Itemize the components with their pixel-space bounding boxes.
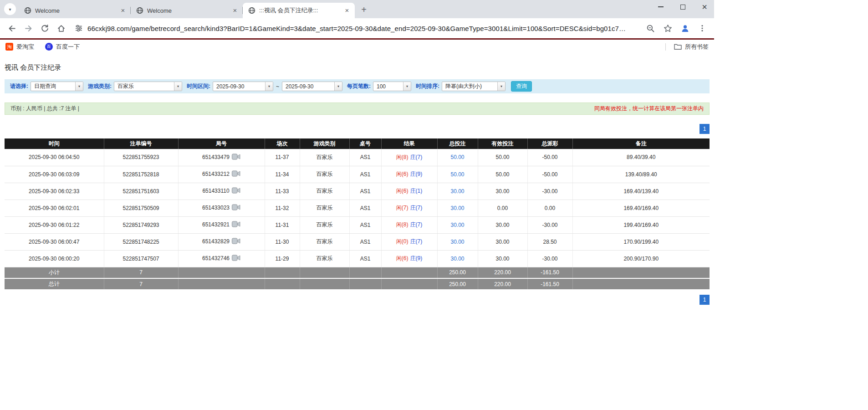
chevron-down-icon: ▾ — [75, 82, 83, 91]
page-1-button[interactable]: 1 — [700, 295, 710, 305]
sort-order-select[interactable]: 降幂(由大到小) ▾ — [442, 82, 505, 91]
window-controls: × — [657, 3, 709, 11]
query-type-select[interactable]: 日期查询 ▾ — [31, 82, 83, 91]
result-banker: 庄(7) — [410, 221, 423, 228]
tab-title: Welcome — [35, 7, 115, 14]
cell-game-type: 百家乐 — [300, 200, 349, 216]
subtotal-payout: -161.50 — [527, 267, 572, 278]
cell-time: 2025-09-30 06:04:50 — [5, 149, 104, 166]
total-bet-link[interactable]: 30.00 — [450, 256, 464, 262]
video-replay-icon[interactable] — [232, 256, 240, 262]
video-replay-icon[interactable] — [232, 189, 240, 195]
all-bookmarks-button[interactable]: 所有书签 — [674, 43, 709, 51]
site-settings-icon[interactable] — [75, 24, 83, 32]
cell-payout: -50.00 — [527, 166, 572, 183]
tab-bet-records[interactable]: :::视讯 会员下注纪录::: × — [243, 3, 355, 18]
tab-welcome-2[interactable]: Welcome × — [131, 3, 243, 18]
tab-search-button[interactable]: ▾ — [4, 3, 16, 15]
column-header-1: 时间 — [5, 138, 104, 149]
video-replay-icon[interactable] — [232, 155, 240, 161]
cell-total-bet: 30.00 — [437, 200, 478, 216]
maximize-button[interactable] — [679, 3, 687, 11]
bookmark-aitaobao[interactable]: 淘 爱淘宝 — [5, 43, 34, 51]
page-1-button[interactable]: 1 — [700, 124, 710, 134]
total-bet-link[interactable]: 30.00 — [450, 205, 464, 211]
cell-total-bet: 30.00 — [437, 250, 478, 267]
search-button[interactable]: 查询 — [511, 81, 532, 92]
globe-icon — [24, 7, 31, 14]
cell-round: 651433212 — [178, 166, 265, 183]
cell-bet-id: 522851749293 — [104, 216, 178, 233]
cell-time: 2025-09-30 06:00:20 — [5, 250, 104, 267]
cell-time: 2025-09-30 06:02:01 — [5, 200, 104, 216]
column-header-10: 总派彩 — [527, 138, 572, 149]
home-button[interactable] — [54, 21, 68, 36]
url-text[interactable]: 66cxkj98.com/game/betrecord_search/kind3… — [87, 25, 626, 32]
cell-payout: -50.00 — [527, 149, 572, 166]
game-type-select[interactable]: 百家乐 ▾ — [114, 82, 182, 91]
close-window-button[interactable]: × — [700, 3, 709, 11]
reload-button[interactable] — [37, 21, 52, 36]
back-button[interactable] — [5, 21, 19, 36]
total-bet-link[interactable]: 30.00 — [450, 188, 464, 195]
cell-table-id: AS1 — [349, 200, 381, 216]
video-replay-icon[interactable] — [232, 172, 240, 178]
cell-result: 闲(7)庄(7) — [381, 200, 437, 216]
cell-note: 89.40/39.40 — [572, 149, 710, 166]
cell-table-id: AS1 — [349, 216, 381, 233]
tab-title: :::视讯 会员下注纪录::: — [259, 6, 339, 15]
total-bet-link[interactable]: 30.00 — [450, 239, 464, 245]
tab-close-icon[interactable]: × — [231, 6, 239, 15]
result-banker: 庄(7) — [410, 205, 423, 211]
cell-payout: -30.00 — [527, 183, 572, 200]
cell-valid-bet: 0.00 — [478, 200, 527, 216]
cell-bet-id: 522851750509 — [104, 200, 178, 216]
page-size-select[interactable]: 100 ▾ — [373, 82, 411, 91]
cell-game-type: 百家乐 — [300, 166, 349, 183]
video-replay-icon[interactable] — [232, 239, 240, 246]
date-end-select[interactable]: 2025-09-30 ▾ — [282, 82, 342, 91]
profile-avatar[interactable] — [678, 21, 692, 36]
tab-welcome-1[interactable]: Welcome × — [19, 3, 131, 18]
bookmark-star-icon[interactable] — [660, 21, 675, 36]
total-bet-link[interactable]: 50.00 — [450, 154, 464, 160]
video-replay-icon[interactable] — [232, 222, 240, 229]
video-replay-icon[interactable] — [232, 205, 240, 212]
total-payout: -161.50 — [527, 278, 572, 290]
total-label: 总计 — [5, 278, 104, 290]
cell-payout: 28.50 — [527, 233, 572, 250]
chevron-down-icon: ▾ — [265, 82, 273, 91]
cell-time: 2025-09-30 06:03:09 — [5, 166, 104, 183]
tab-close-icon[interactable]: × — [119, 6, 127, 15]
date-start-select[interactable]: 2025-09-30 ▾ — [213, 82, 273, 91]
cell-total-bet: 30.00 — [437, 183, 478, 200]
cell-total-bet: 50.00 — [437, 166, 478, 183]
zoom-icon[interactable] — [643, 21, 658, 36]
result-banker: 庄(7) — [410, 238, 423, 245]
bookmark-baidu[interactable]: 百 百度一下 — [45, 43, 80, 51]
tab-close-icon[interactable]: × — [343, 6, 351, 15]
date-range-separator: ~ — [276, 83, 279, 90]
forward-button[interactable] — [21, 21, 36, 36]
minimize-button[interactable] — [657, 3, 665, 11]
bookmark-label: 百度一下 — [56, 43, 80, 51]
table-row: 2025-09-30 06:02:33 522851751603 6514331… — [5, 183, 710, 200]
cell-table-id: AS1 — [349, 166, 381, 183]
table-row: 2025-09-30 06:02:01 522851750509 6514330… — [5, 200, 710, 216]
cell-bet-id: 522851747507 — [104, 250, 178, 267]
summary-bar: 币别 : 人民币 | 总共 :7 注单 | 同局有效投注，统一计算在该局第一张注… — [5, 102, 710, 115]
browser-menu-icon[interactable] — [695, 21, 710, 36]
bookmarks-divider — [665, 43, 666, 51]
cell-game-type: 百家乐 — [300, 183, 349, 200]
total-bet-link[interactable]: 30.00 — [450, 222, 464, 228]
subtotal-total-bet: 250.00 — [437, 267, 478, 278]
sort-order-label: 时间排序: — [416, 82, 439, 90]
total-bet-link[interactable]: 50.00 — [450, 171, 464, 178]
cell-total-bet: 50.00 — [437, 149, 478, 166]
new-tab-button[interactable]: + — [357, 3, 370, 16]
column-header-4: 场次 — [265, 138, 300, 149]
result-player: 闲(0) — [396, 238, 408, 245]
url-bar[interactable]: 66cxkj98.com/game/betrecord_search/kind3… — [70, 20, 641, 36]
tab-strip: ▾ Welcome × Welcome × :::视讯 会员下注纪录::: × … — [0, 0, 714, 18]
cell-payout: -30.00 — [527, 250, 572, 267]
